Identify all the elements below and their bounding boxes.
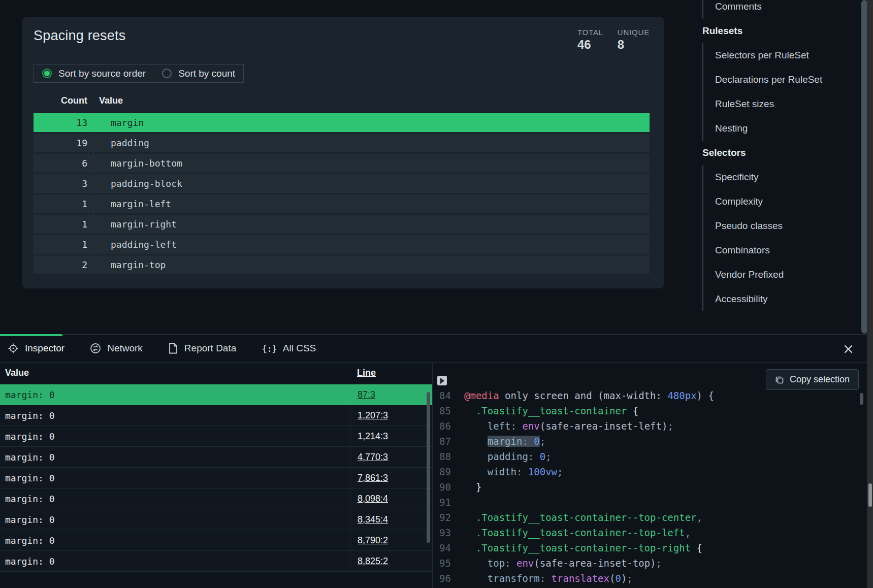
sidebar-group: Selectors per RuleSetDeclarations per Ru…	[702, 43, 861, 141]
declaration-row[interactable]: margin: 087:3	[0, 384, 432, 405]
sidebar-item-nesting[interactable]: Nesting	[703, 116, 861, 141]
sidebar-item-selectors-per-ruleset[interactable]: Selectors per RuleSet	[703, 43, 861, 68]
row-value: margin-bottom	[99, 158, 182, 169]
line-link[interactable]: 8,345:4	[358, 514, 388, 525]
declaration-row[interactable]: margin: 08,790:2	[0, 530, 432, 551]
line-header-link[interactable]: Line	[357, 368, 376, 378]
table-row[interactable]: 13margin	[34, 113, 650, 132]
tab-label: All CSS	[283, 343, 316, 354]
report-nav-sidebar: CommentsRulesetsSelectors per RuleSetDec…	[702, 0, 861, 334]
table-row[interactable]: 3padding-block	[34, 174, 650, 193]
sidebar-group: Comments	[702, 0, 861, 19]
line-cell: 8,345:4	[350, 509, 388, 530]
line-link[interactable]: 8,098:4	[358, 494, 388, 504]
line-number: 93	[433, 525, 464, 540]
table-row[interactable]: 6margin-bottom	[34, 154, 650, 173]
sidebar-item-accessibility[interactable]: Accessibility	[703, 287, 861, 311]
declaration-row[interactable]: margin: 04,770:3	[0, 447, 432, 468]
code-line: 91	[433, 495, 862, 510]
row-count: 1	[34, 219, 87, 230]
table-row[interactable]: 1padding-left	[34, 235, 650, 254]
line-number: 88	[433, 449, 464, 464]
value-column-header: Value	[99, 95, 123, 106]
code-line: 95 top: env(safe-area-inset-top);	[433, 556, 862, 571]
sidebar-item-pseudo-classes[interactable]: Pseudo classes	[703, 214, 861, 238]
sidebar-item-complexity[interactable]: Complexity	[703, 189, 861, 214]
sort-option-label: Sort by source order	[58, 68, 146, 79]
line-number: 89	[433, 464, 464, 479]
declaration-value: margin: 0	[0, 494, 55, 504]
row-value: margin	[99, 117, 144, 128]
declaration-row[interactable]: margin: 01,214:3	[0, 426, 432, 447]
line-link[interactable]: 8,790:2	[358, 535, 388, 546]
page-scrollbar-track[interactable]	[867, 0, 873, 588]
code-text: .Toastify__toast-container--top-center,	[464, 510, 702, 525]
copy-selection-label: Copy selection	[790, 374, 850, 385]
row-count: 6	[34, 158, 87, 169]
line-number: 86	[433, 418, 464, 434]
row-count: 2	[34, 259, 87, 270]
line-link[interactable]: 7,861:3	[358, 473, 388, 483]
declaration-value: margin: 0	[0, 473, 55, 483]
sort-option-count[interactable]: Sort by count	[162, 68, 235, 79]
code-line: 96 transform: translatex(0);	[433, 571, 862, 586]
line-link[interactable]: 4,770:3	[358, 452, 388, 463]
tab-inspector[interactable]: Inspector	[8, 343, 71, 354]
line-link[interactable]: 87:3	[358, 389, 375, 400]
close-icon	[844, 344, 853, 354]
table-row[interactable]: 19padding	[34, 134, 650, 152]
line-cell: 8,098:4	[350, 488, 388, 509]
line-number: 95	[433, 556, 464, 571]
row-value: margin-left	[99, 199, 171, 209]
sidebar-item-vendor-prefixed[interactable]: Vendor Prefixed	[703, 263, 861, 287]
page-scrollbar-thumb[interactable]	[868, 483, 872, 507]
declaration-value: margin: 0	[0, 431, 55, 442]
sort-option-source-order[interactable]: Sort by source order	[42, 68, 146, 79]
sidebar-item-declarations-per-ruleset[interactable]: Declarations per RuleSet	[703, 68, 861, 92]
code-text: }	[464, 479, 481, 495]
declaration-row[interactable]: margin: 08,098:4	[0, 488, 432, 509]
table-row[interactable]: 1margin-left	[34, 194, 650, 213]
value-header: Value	[5, 368, 29, 378]
line-number: 90	[433, 479, 464, 495]
code-line: 93 .Toastify__toast-container--top-left,	[433, 525, 862, 540]
line-link[interactable]: 1,207:3	[358, 410, 388, 421]
declaration-row[interactable]: margin: 08,825:2	[0, 551, 432, 572]
tab-network[interactable]: Network	[90, 343, 149, 354]
transfer-icon	[90, 343, 101, 354]
code-scrollbar-thumb[interactable]	[860, 393, 863, 405]
code-scroll-area[interactable]: 84@media only screen and (max-width: 480…	[433, 391, 862, 588]
sidebar-item-combinators[interactable]: Combinators	[703, 238, 861, 263]
crosshair-icon	[8, 343, 19, 354]
copy-selection-button[interactable]: Copy selection	[766, 369, 859, 390]
sidebar-item-comments[interactable]: Comments	[703, 0, 861, 19]
declaration-row[interactable]: margin: 08,345:4	[0, 509, 432, 530]
table-row[interactable]: 1margin-right	[34, 215, 650, 234]
line-link[interactable]: 8,825:2	[358, 556, 388, 567]
close-panel-button[interactable]	[843, 343, 854, 354]
declaration-row[interactable]: margin: 07,861:3	[0, 468, 432, 488]
sidebar-item-specificity[interactable]: Specificity	[703, 165, 861, 189]
code-text: .Toastify__toast-container {	[464, 403, 638, 418]
sidebar-heading-selectors: Selectors	[702, 141, 861, 165]
code-line: 84@media only screen and (max-width: 480…	[433, 391, 862, 403]
code-text: transform: translatex(0);	[464, 571, 633, 586]
line-number: 91	[433, 495, 464, 510]
declaration-rows: margin: 087:3margin: 01,207:3margin: 01,…	[0, 384, 432, 572]
copy-icon	[775, 375, 784, 384]
inspector-body: Value Line margin: 087:3margin: 01,207:3…	[0, 363, 867, 588]
sidebar-item-ruleset-sizes[interactable]: RuleSet sizes	[703, 92, 861, 116]
line-number: 85	[433, 403, 464, 418]
line-link[interactable]: 1,214:3	[358, 431, 388, 442]
spacing-resets-card: Spacing resets TOTAL 46 UNIQUE 8 Sort by…	[22, 17, 664, 288]
stat-total: TOTAL 46	[577, 28, 603, 52]
row-value: padding-left	[99, 239, 177, 250]
declaration-value: margin: 0	[0, 389, 55, 400]
table-row[interactable]: 2margin-top	[34, 255, 650, 274]
list-scrollbar-thumb[interactable]	[427, 392, 430, 543]
declaration-row[interactable]: margin: 01,207:3	[0, 405, 432, 426]
tab-report-data[interactable]: Report Data	[168, 343, 242, 354]
line-number: 94	[433, 540, 464, 556]
tab-all-css[interactable]: {:}All CSS	[262, 343, 322, 354]
expand-sidebar-button[interactable]	[437, 376, 447, 385]
